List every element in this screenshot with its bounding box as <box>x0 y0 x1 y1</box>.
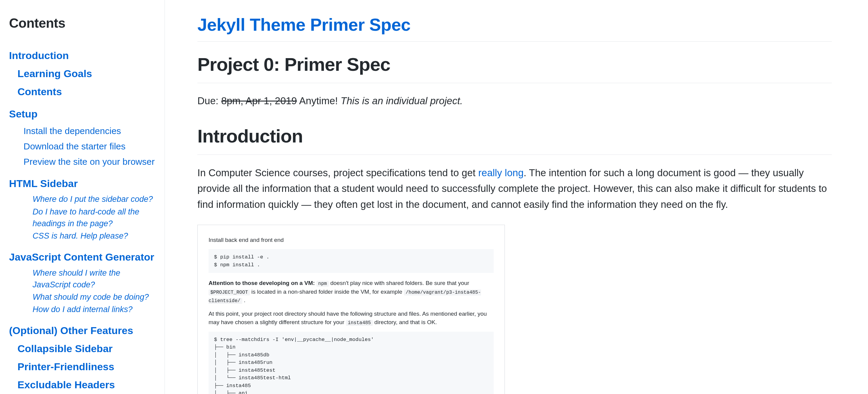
code-insta485: insta485 <box>346 320 373 326</box>
page-title: Project 0: Primer Spec <box>197 54 832 75</box>
toc-link-html-sidebar[interactable]: HTML Sidebar <box>9 177 156 191</box>
really-long-link[interactable]: really long <box>478 167 524 178</box>
toc-link-contents[interactable]: Contents <box>18 85 156 99</box>
toc-link-setup[interactable]: Setup <box>9 107 156 121</box>
toc-link-printer-friendliness[interactable]: Printer-Friendliness <box>18 360 156 374</box>
due-replacement: Anytime! <box>297 95 341 106</box>
toc-link-js-where[interactable]: Where should I write the JavaScript code… <box>33 267 156 291</box>
toc-link-sidebar-css[interactable]: CSS is hard. Help please? <box>33 230 156 242</box>
due-prefix: Due: <box>197 95 221 106</box>
intro-paragraph: In Computer Science courses, project spe… <box>197 165 832 213</box>
due-struck: 8pm, Apr 1, 2019 <box>221 95 297 106</box>
sidebar: Contents Introduction Learning Goals Con… <box>0 0 165 394</box>
section-introduction: Introduction <box>197 125 832 147</box>
due-line: Due: 8pm, Apr 1, 2019 Anytime! This is a… <box>197 93 832 108</box>
toc-link-sidebar-hardcode[interactable]: Do I have to hard-code all the headings … <box>33 206 156 230</box>
divider <box>197 83 832 83</box>
toc-link-learning-goals[interactable]: Learning Goals <box>18 67 156 81</box>
divider <box>197 155 832 155</box>
embedded-screenshot: Install back end and front end $ pip ins… <box>197 225 505 394</box>
toc-link-collapsible-sidebar[interactable]: Collapsible Sidebar <box>18 342 156 356</box>
toc-link-optional-features[interactable]: (Optional) Other Features <box>9 324 156 338</box>
toc-link-preview-browser[interactable]: Preview the site on your browser <box>24 155 156 168</box>
code-project-root: $PROJECT_ROOT <box>209 290 250 296</box>
toc-link-js-doing[interactable]: What should my code be doing? <box>33 291 156 303</box>
card-code1: $ pip install -e . $ npm install . <box>209 249 494 273</box>
due-note: This is an individual project. <box>341 95 463 106</box>
card-attention: Attention to those developing on a VM: n… <box>209 279 494 305</box>
card-attn-bold: Attention to those developing on a VM: <box>209 280 315 286</box>
toc-link-js-internal[interactable]: How do I add internal links? <box>33 304 156 316</box>
intro-pre: In Computer Science courses, project spe… <box>197 167 478 178</box>
main-content: Jekyll Theme Primer Spec Project 0: Prim… <box>165 0 868 394</box>
toc-link-download-starter[interactable]: Download the starter files <box>24 139 156 153</box>
toc-link-install-dependencies[interactable]: Install the dependencies <box>24 124 156 138</box>
site-title-link[interactable]: Jekyll Theme Primer Spec <box>197 14 832 35</box>
card-para2: At this point, your project root directo… <box>209 310 494 327</box>
code-npm: npm <box>316 281 329 287</box>
sidebar-title: Contents <box>9 16 156 31</box>
card-tree: $ tree --matchdirs -I 'env|__pycache__|n… <box>209 332 494 394</box>
toc-link-sidebar-where[interactable]: Where do I put the sidebar code? <box>33 193 156 205</box>
toc-link-excludable-headers[interactable]: Excludable Headers <box>18 378 156 392</box>
card-line1: Install back end and front end <box>209 236 494 244</box>
toc-link-js-generator[interactable]: JavaScript Content Generator <box>9 250 156 264</box>
toc-link-introduction[interactable]: Introduction <box>9 49 156 63</box>
